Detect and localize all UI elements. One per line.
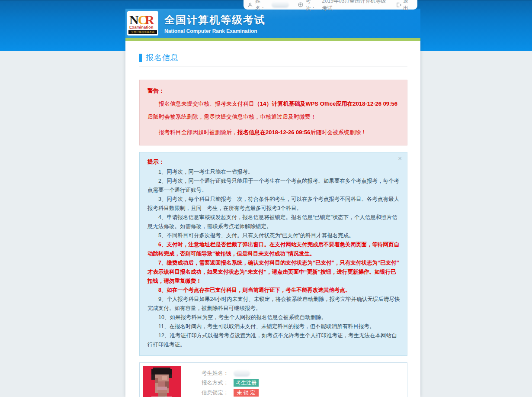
ncre-logo-letters: C R N bbox=[128, 13, 157, 26]
registration-mode-label: 报名方式： bbox=[202, 379, 234, 387]
session-value: 2019年03月全国计算机等级考试 bbox=[322, 0, 387, 12]
tips-title: 提示： bbox=[147, 158, 400, 166]
warning-paragraph-2: 报考科目全部因超时被删除后，报名信息在2018-12-26 09:56后随时会被… bbox=[147, 126, 399, 139]
content-column: 报名信息 警告： 报名信息未提交审核。报考未支付科目（14）计算机基础及WPS … bbox=[125, 41, 420, 397]
page-title-row: 报名信息 bbox=[139, 52, 407, 63]
title-divider bbox=[139, 67, 407, 67]
tip-item-11: 11、在报名时间内，考生可以取消未支付、未锁定科目的报考，但不能取消所有科目报考… bbox=[147, 322, 400, 331]
info-lock-badge: 未 锁 定 bbox=[234, 389, 259, 397]
tip-item-8: 8、如在一个考点存在已支付科目，则当前通行证下，考生不能再改选其他考点。 bbox=[147, 286, 400, 295]
tip-item-6: 6、支付时，注意地址栏是否拦截了弹出窗口。在支付网站支付完成后不要着急关闭页面，… bbox=[147, 240, 400, 258]
tip-item-9: 9、个人报考科目如果24小时内未支付、未锁定，将会被系统自动删除，报考完毕并确认… bbox=[147, 295, 400, 313]
warning-p2-text: 报考科目全部因超时被删除后， bbox=[159, 129, 237, 136]
tip-item-12: 12、准考证打印方式以报考考点设置为准，如考点不允许考生个人打印准考证，考生无法… bbox=[147, 331, 400, 349]
warning-box: 警告： 报名信息未提交审核。报考未支付科目（14）计算机基础及WPS Offic… bbox=[139, 80, 407, 145]
site-title: 全国计算机等级考试 bbox=[164, 13, 266, 27]
page-title: 报名信息 bbox=[146, 52, 179, 63]
tip-item-2: 2、同考次，同一个通行证账号只能用于一个考生在一个考点的报考。如果要在多个考点报… bbox=[147, 177, 400, 195]
candidate-fields: 考生姓名： 报名方式： 考生注册 信息锁定： 未 锁 定 审核状态： 未 提 交… bbox=[202, 366, 259, 397]
warning-p1-text: 报名信息未提交审核。报考未支付科目 bbox=[159, 100, 254, 107]
warning-p2-bold: 报名信息在2018-12-26 09:56 bbox=[237, 129, 310, 136]
session-label: 考次： bbox=[306, 0, 320, 12]
warning-title: 警告： bbox=[147, 87, 399, 95]
ncre-logo: C R N Examination 全国计算机等级考试 bbox=[127, 11, 158, 36]
name-value-redacted bbox=[234, 370, 250, 377]
logo-letter-r: R bbox=[145, 13, 154, 27]
warning-p1-text2: 后随时会被系统删除，需尽快提交信息审核，审核通过后及时缴费！ bbox=[147, 113, 316, 120]
tip-item-4: 4、申请报名信息审核或发起支付，报名信息将被锁定。报名信息“已锁定”状态下，个人… bbox=[147, 213, 400, 231]
warning-p2-text2: 后随时会被系统删除！ bbox=[310, 129, 366, 136]
user-icon bbox=[248, 3, 253, 7]
green-divider-strip bbox=[125, 38, 420, 41]
candidate-photo bbox=[143, 366, 181, 397]
field-info-lock: 信息锁定： 未 锁 定 bbox=[202, 388, 259, 397]
tip-item-5: 5、不同科目可分多次报考、支付。只有支付状态为“已支付”的科目才算报名完成。 bbox=[147, 231, 400, 240]
logout-button[interactable]: 退出 bbox=[396, 0, 411, 12]
logout-icon bbox=[396, 3, 401, 7]
ncre-registration-page: 姓名： 考次： 2019年03月全国计算机等级考试 退出 C R N Exami… bbox=[0, 0, 532, 397]
user-name-redacted bbox=[272, 2, 289, 8]
tips-box: × 提示： 1、同考次，同一考生只能在一省报考。 2、同考次，同一个通行证账号只… bbox=[139, 152, 407, 356]
logo-letter-n: N bbox=[129, 13, 139, 27]
user-name-label: 姓名： bbox=[255, 0, 269, 12]
field-registration-mode: 报名方式： 考生注册 bbox=[202, 378, 259, 388]
tip-item-3: 3、同考次，每个科目只能报考一次，符合条件的考生，可以在多个考点报考不同科目。各… bbox=[147, 195, 400, 213]
warning-paragraph-1: 报名信息未提交审核。报考未支付科目（14）计算机基础及WPS Office应用在… bbox=[147, 97, 399, 123]
session-icon bbox=[298, 2, 303, 7]
logo-caption: 全国计算机等级考试 bbox=[128, 30, 157, 34]
title-marker bbox=[139, 54, 142, 62]
tip-item-7: 7、缴费成功后，需要返回报名系统，确认支付科目的支付状态为“已支付”，只有支付状… bbox=[147, 258, 400, 286]
name-label: 考生姓名： bbox=[202, 370, 234, 377]
tip-item-10: 10、如果报考科目为空，考生个人网报的报名信息会被系统自动删除。 bbox=[147, 313, 400, 322]
field-name: 考生姓名： bbox=[202, 368, 259, 378]
logout-label: 退出 bbox=[403, 0, 411, 12]
warning-p1-bold: （14）计算机基础及WPS Office应用在2018-12-26 09:56 bbox=[254, 100, 397, 107]
site-subtitle: National Computer Rank Examination bbox=[164, 28, 266, 34]
info-lock-label: 信息锁定： bbox=[202, 389, 234, 397]
registration-mode-badge: 考生注册 bbox=[234, 379, 259, 387]
tip-item-1: 1、同考次，同一考生只能在一省报考。 bbox=[147, 168, 400, 177]
candidate-info-box: 考生姓名： 报名方式： 考生注册 信息锁定： 未 锁 定 审核状态： 未 提 交… bbox=[139, 362, 407, 397]
user-info-bar: 姓名： 考次： 2019年03月全国计算机等级考试 退出 bbox=[244, 0, 417, 10]
site-banner: C R N Examination 全国计算机等级考试 全国计算机等级考试 Na… bbox=[125, 9, 420, 38]
close-icon[interactable]: × bbox=[398, 155, 402, 161]
